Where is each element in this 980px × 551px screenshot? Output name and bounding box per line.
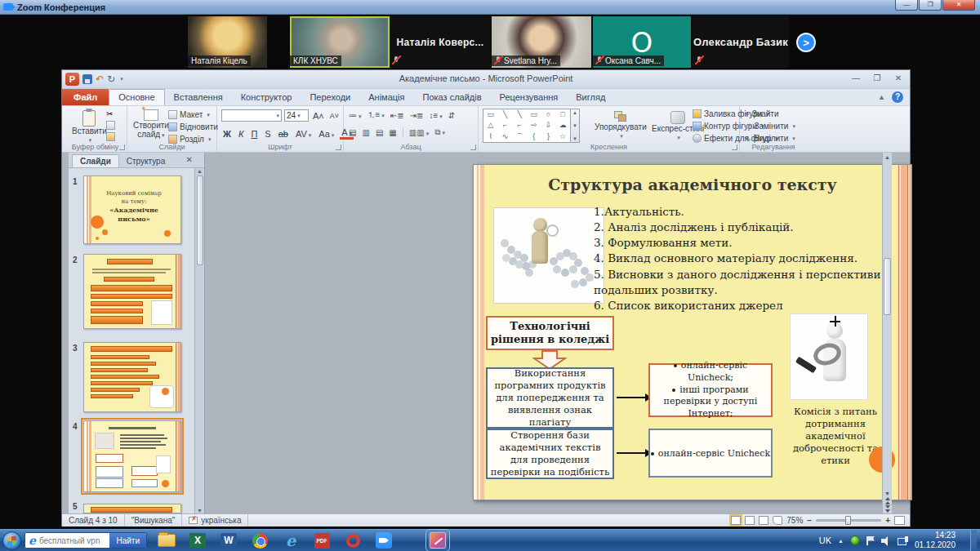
tab-file[interactable]: Файл	[62, 89, 109, 105]
convert-smartart-icon[interactable]: ⧉▾	[434, 127, 445, 137]
shapes-gallery-scrollbar[interactable]: ▲▼▼	[571, 109, 580, 143]
zoom-out-icon[interactable]: −	[807, 516, 812, 525]
tab-review[interactable]: Рецензування	[491, 90, 568, 105]
shrink-font-icon[interactable]: A˅	[328, 112, 341, 120]
underline-icon[interactable]: П	[249, 129, 259, 139]
scroll-down-icon[interactable]: ▼	[884, 491, 890, 496]
shape-star-icon[interactable]: ☆	[555, 131, 570, 142]
paragraph-dialog-launcher[interactable]	[470, 144, 476, 150]
network-icon[interactable]	[898, 536, 908, 545]
ppt-restore-button[interactable]: ❐	[871, 73, 884, 82]
next-participants-button[interactable]: >	[796, 33, 816, 52]
taskbar-search[interactable]: e бесплатный vpn Найти	[24, 532, 147, 549]
replace-button[interactable]: ⇄Замінити▾	[745, 121, 795, 131]
shape-cloud-icon[interactable]: ☁	[555, 120, 570, 131]
volume-icon[interactable]	[881, 536, 891, 545]
slide-title[interactable]: Структура академічного тексту	[506, 176, 879, 193]
strikethrough-icon[interactable]: ab	[277, 129, 290, 139]
shape-connector-icon[interactable]: ⌐	[512, 120, 527, 131]
change-case-icon[interactable]: Aa▾	[317, 129, 336, 139]
shape-rounded-rect-icon[interactable]: ▭	[527, 109, 541, 120]
align-left-icon[interactable]: ▤	[349, 128, 356, 137]
fit-to-window-icon[interactable]	[894, 516, 905, 525]
bullets-icon[interactable]: ≔▾	[349, 111, 362, 120]
slides-panel-scrollbar[interactable]: ▲ ▼	[194, 168, 204, 513]
font-name-combo[interactable]: ▾	[221, 109, 282, 122]
columns-icon[interactable]: ▥▥▾	[409, 128, 429, 137]
flow-header-box[interactable]: Технологічні рішення в коледжі	[486, 316, 614, 350]
normal-view-button[interactable]	[731, 516, 741, 525]
search-find-button[interactable]: Найти	[109, 533, 146, 548]
pdf-reader-taskbar-button[interactable]: PDF	[312, 531, 332, 549]
zoom-maximize-button[interactable]: ❐	[919, 0, 942, 11]
show-desktop-button[interactable]	[970, 530, 977, 551]
scroll-down-icon[interactable]: ▼	[197, 508, 203, 513]
tab-animations[interactable]: Анімація	[359, 90, 413, 105]
spellcheck-status[interactable]: українська	[182, 514, 248, 527]
collapse-ribbon-icon[interactable]: ▲	[878, 93, 885, 101]
hidden-icons-chevron[interactable]: ▲	[838, 538, 844, 544]
italic-icon[interactable]: К	[237, 129, 245, 139]
scroll-up-icon[interactable]: ▲	[197, 168, 203, 174]
internet-explorer-taskbar-button[interactable]: e	[281, 531, 301, 549]
participant-tile[interactable]: Наталія Кіцель	[188, 16, 267, 68]
participant-tile[interactable]: Svetlana Hry...	[492, 16, 591, 68]
slide-body-list[interactable]: 1.Актуальність. 2. Аналіз досліджень і п…	[594, 204, 902, 313]
slideshow-view-button[interactable]	[773, 516, 782, 525]
participant-tile[interactable]: Наталія Коверс...	[390, 16, 491, 68]
shape-arc-icon[interactable]: ⌒	[512, 131, 527, 142]
shape-arrow-line-icon[interactable]: ╲	[512, 109, 527, 120]
align-center-icon[interactable]: ▥	[362, 128, 369, 137]
opera-taskbar-button[interactable]	[343, 531, 363, 549]
shape-triangle-icon[interactable]: △	[483, 120, 498, 131]
numbering-icon[interactable]: ⒈≡▾	[368, 109, 385, 121]
excel-taskbar-button[interactable]: X	[188, 531, 207, 549]
increase-indent-icon[interactable]: ⇥≣	[410, 111, 424, 120]
justify-icon[interactable]: ▦	[389, 128, 396, 137]
flow-box-unicheck[interactable]: онлайн-сервіс Unicheck	[648, 429, 773, 478]
zoom-taskbar-button[interactable]	[374, 531, 394, 549]
paste-button[interactable]: Вставити▾	[69, 109, 110, 146]
theme-name[interactable]: "Вишукана"	[125, 514, 183, 527]
tab-slides-thumbnails[interactable]: Слайди	[72, 154, 119, 167]
drawing-dialog-launcher[interactable]	[732, 144, 737, 150]
tab-outline[interactable]: Структура	[119, 155, 172, 167]
scroll-up-icon[interactable]: ▲	[884, 154, 890, 160]
new-slide-button[interactable]: Створити слайд▾	[130, 108, 172, 141]
shapes-gallery[interactable]: ▭╲╲▭○□ △⌐⌐⇨⇩☁ ⌇∿⌒{}☆	[483, 109, 571, 143]
zoom-slider-thumb[interactable]	[845, 516, 851, 525]
participant-tile[interactable]: O Оксана Савч...	[593, 16, 691, 68]
scrollbar-thumb[interactable]	[197, 176, 203, 265]
help-icon[interactable]: ?	[892, 91, 903, 103]
slide-thumbnail-3[interactable]	[83, 342, 181, 412]
shape-right-arrow-icon[interactable]: ⇨	[527, 120, 541, 131]
main-vertical-scrollbar[interactable]: ▲ ▼	[882, 153, 892, 513]
slide-sorter-view-button[interactable]	[745, 516, 755, 525]
slide-image-magnifier-figure[interactable]	[493, 207, 604, 304]
shape-square-icon[interactable]: □	[555, 109, 570, 120]
zoom-close-button[interactable]: ✕	[942, 0, 975, 11]
slide-thumbnail-4-selected[interactable]	[83, 420, 181, 492]
shape-scribble-icon[interactable]: ⌇	[483, 131, 498, 142]
close-panel-icon[interactable]: ✕	[186, 155, 193, 164]
previous-slide-button[interactable]	[885, 497, 890, 500]
slide-thumbnail-5[interactable]	[83, 504, 181, 513]
antivirus-tray-icon[interactable]	[850, 535, 860, 545]
tab-slideshow[interactable]: Показ слайдів	[413, 90, 490, 105]
find-button[interactable]: ⌖Знайти	[745, 109, 795, 119]
tab-design[interactable]: Конструктор	[232, 90, 301, 105]
tab-insert[interactable]: Вставлення	[165, 90, 232, 105]
next-slide-button[interactable]	[885, 505, 890, 509]
action-center-flag-icon[interactable]	[866, 536, 875, 545]
text-direction-icon[interactable]: ⇵	[448, 111, 455, 120]
bold-icon[interactable]: Ж	[221, 129, 233, 139]
tab-home[interactable]: Основне	[109, 89, 164, 105]
shape-rectangle-icon[interactable]: ▭	[483, 109, 498, 120]
grow-font-icon[interactable]: A˄	[311, 111, 326, 121]
font-dialog-launcher[interactable]	[336, 144, 341, 150]
shape-elbow-icon[interactable]: ⌐	[498, 120, 513, 131]
shape-oval-icon[interactable]: ○	[541, 109, 556, 120]
zoom-slider[interactable]	[816, 519, 881, 522]
reset-button[interactable]: Відновити	[168, 122, 218, 132]
zoom-in-icon[interactable]: +	[885, 516, 890, 525]
